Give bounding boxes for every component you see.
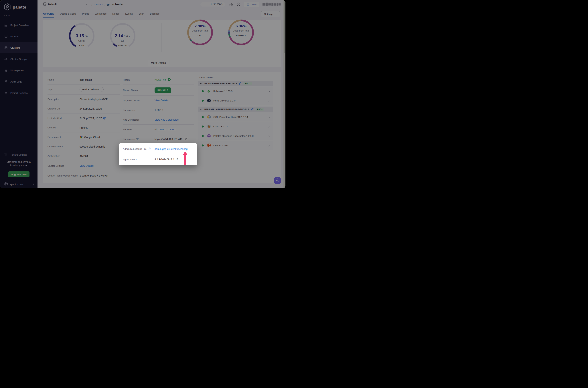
- info-icon[interactable]: [148, 147, 151, 150]
- pointer-arrow: [182, 151, 188, 166]
- admin-kubeconfig-download-link[interactable]: admin.gcp-cluster.kubeconfig: [155, 147, 187, 150]
- app-window: palette 4.4.19 Project Overview Profiles: [0, 0, 285, 188]
